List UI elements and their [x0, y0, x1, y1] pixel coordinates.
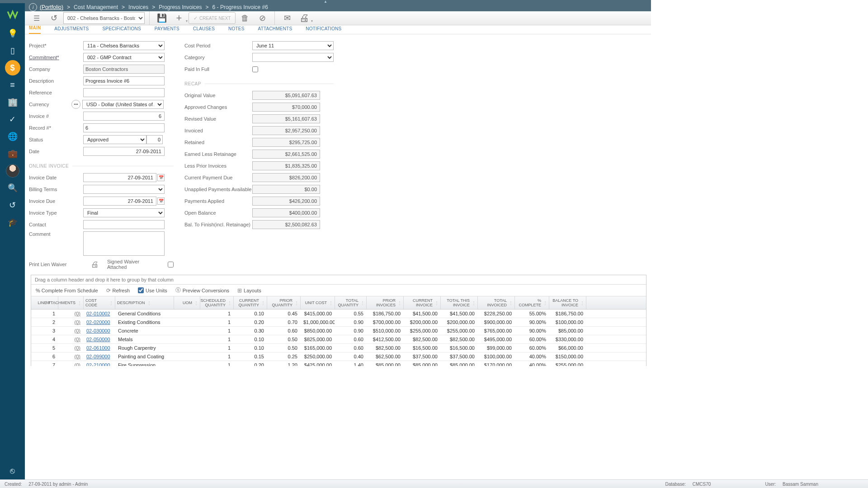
table-row[interactable]: 7(0)02-210000Fire Suppression10.201.20$4…: [31, 361, 646, 366]
comment-field[interactable]: [83, 231, 165, 256]
commitment-field[interactable]: 002 - GMP Contract: [83, 53, 165, 62]
preview-conversions-button[interactable]: ⓢPreview Conversions: [175, 286, 229, 294]
table-row[interactable]: 4(0)02-050000Metals10.100.50$825,000.000…: [31, 335, 646, 344]
nav-global-icon[interactable]: 🌐: [0, 128, 25, 145]
calendar-icon[interactable]: 📅: [157, 197, 165, 205]
col-current-qty[interactable]: CURRENT QUANTITY⋮: [234, 296, 267, 309]
col-balance-to-invoice[interactable]: BALANCE TO INVOICE⋮: [549, 296, 586, 309]
col-prior-qty[interactable]: PRIOR QUANTITY⋮: [267, 296, 301, 309]
grid-body[interactable]: 1(0)02-010002General Conditions10.100.45…: [31, 310, 646, 366]
billing-terms-field[interactable]: [83, 185, 165, 194]
table-row[interactable]: 2(0)02-020000Existing Conditions10.200.7…: [31, 318, 646, 327]
nav-briefcase-icon[interactable]: 💼: [0, 145, 25, 162]
lbl-earned-less: Earned Less Retainage: [184, 151, 252, 157]
save-icon[interactable]: 💾: [154, 11, 170, 25]
status-field[interactable]: Approved: [83, 135, 146, 144]
breadcrumb: i (Portfolio) >Cost Management >Invoices…: [0, 3, 651, 11]
history-icon[interactable]: ↺: [46, 11, 61, 25]
group-drop-hint[interactable]: Drag a column header and drop it here to…: [31, 275, 646, 285]
project-field[interactable]: 11a - Chelsea Barracks: [83, 41, 165, 50]
layouts-button[interactable]: ⊞Layouts: [237, 287, 261, 294]
invoiced-field: [252, 126, 320, 135]
col-prior-invoices[interactable]: PRIOR INVOICES⋮: [367, 296, 404, 309]
tab-notes[interactable]: NOTES: [228, 26, 244, 34]
col-total-invoiced[interactable]: TOTAL INVOICED⋮: [478, 296, 515, 309]
project-selector[interactable]: 002 - Chelsea Barracks - Boston Contract…: [63, 12, 145, 24]
tab-clauses[interactable]: CLAUSES: [193, 26, 215, 34]
nav-history-icon[interactable]: ↺: [0, 197, 25, 214]
print-icon[interactable]: 🖨▾: [297, 11, 312, 25]
category-field[interactable]: [252, 53, 334, 62]
currency-field[interactable]: USD - Dollar (United States of America): [82, 100, 164, 109]
description-field[interactable]: [83, 76, 165, 85]
lbl-reference: Reference: [29, 90, 83, 95]
nav-search-icon[interactable]: 🔍: [0, 179, 25, 197]
lbl-less-prior: Less Prior Invoices: [184, 163, 252, 169]
currency-more-icon[interactable]: •••: [71, 100, 80, 109]
delete-icon[interactable]: 🗑: [237, 11, 253, 25]
nav-ideas-icon[interactable]: 💡: [0, 25, 25, 42]
email-icon[interactable]: ✉: [279, 11, 295, 25]
list-view-icon[interactable]: ☰: [29, 11, 44, 25]
nav-education-icon[interactable]: 🎓: [0, 214, 25, 231]
use-units-toggle[interactable]: Use Units: [138, 287, 167, 293]
invoice-date-field[interactable]: [83, 173, 156, 182]
col-total-qty[interactable]: TOTAL QUANTITY⋮: [335, 296, 367, 309]
crumb-2: Invoices: [128, 4, 148, 10]
retained-field: [252, 138, 320, 147]
print-lien-icon[interactable]: 🖨: [91, 260, 99, 269]
contact-field[interactable]: [83, 220, 165, 229]
col-pct-complete[interactable]: % COMPLETE⋮: [515, 296, 549, 309]
nav-buildings-icon[interactable]: 🏢: [0, 94, 25, 111]
col-cost-code[interactable]: COST CODE⋮: [84, 296, 115, 309]
nav-lists-icon[interactable]: ≡: [0, 76, 25, 94]
cost-period-field[interactable]: June 11: [252, 41, 334, 50]
tab-attachments[interactable]: ATTACHMENTS: [258, 26, 292, 34]
nav-documents-icon[interactable]: ▯: [0, 42, 25, 59]
info-icon[interactable]: i: [29, 3, 37, 11]
invoice-due-field[interactable]: [83, 197, 156, 206]
col-description[interactable]: DESCRIPTION⋮: [115, 296, 174, 309]
nav-approvals-icon[interactable]: ✓: [0, 111, 25, 128]
pct-from-schedule-button[interactable]: % Complete From Schedule: [36, 288, 98, 293]
signed-waiver-checkbox[interactable]: [168, 262, 174, 267]
tab-adjustments[interactable]: ADJUSTMENTS: [54, 26, 89, 34]
table-row[interactable]: 1(0)02-010002General Conditions10.100.45…: [31, 310, 646, 318]
nav-cost-icon[interactable]: $: [0, 59, 25, 76]
create-next-button[interactable]: CREATE NEXT: [189, 12, 236, 24]
lbl-revised-value: Revised Value: [184, 116, 252, 122]
invoice-no-field[interactable]: [83, 112, 165, 121]
collapse-top-bar[interactable]: ▲: [0, 0, 651, 3]
tab-main[interactable]: MAIN: [29, 25, 41, 34]
breadcrumb-portfolio[interactable]: (Portfolio): [40, 4, 63, 10]
tab-specifications[interactable]: SPECIFICATIONS: [102, 26, 141, 34]
col-uom[interactable]: UOM⋮: [174, 296, 200, 309]
calendar-icon[interactable]: 📅: [157, 174, 165, 181]
lbl-bal-finish: Bal. To Finish(incl. Retainage): [184, 222, 252, 227]
col-attachments[interactable]: ATTACHMENTS⋮: [58, 296, 84, 309]
table-row[interactable]: 5(0)02-061000Rough Carpentry10.100.50$16…: [31, 344, 646, 352]
paid-in-full-checkbox[interactable]: [252, 66, 258, 72]
col-sched-qty[interactable]: SCHEDULED QUANTITY⋮: [200, 296, 234, 309]
lbl-invoice-date: Invoice Date: [29, 175, 83, 180]
invoice-type-field[interactable]: Final: [83, 208, 165, 217]
tab-notifications[interactable]: NOTIFICATIONS: [306, 26, 341, 34]
record-no-field[interactable]: [83, 123, 165, 132]
refresh-button[interactable]: ⟳Refresh: [106, 287, 130, 294]
col-unit-cost[interactable]: UNIT COST⋮: [301, 296, 335, 309]
col-current-invoice[interactable]: CURRENT INVOICE⋮: [404, 296, 441, 309]
table-row[interactable]: 3(0)02-030000Concrete10.300.60$850,000.0…: [31, 327, 646, 335]
cancel-icon[interactable]: ⊘: [255, 11, 270, 25]
form-area: Project11a - Chelsea Barracks Commitment…: [0, 34, 651, 272]
app-logo[interactable]: [0, 4, 25, 25]
lbl-invoice-due: Invoice Due: [29, 198, 83, 204]
date-field[interactable]: [83, 147, 165, 156]
add-icon[interactable]: +▾: [171, 11, 187, 25]
reference-field[interactable]: [83, 88, 165, 97]
nav-avatar[interactable]: [0, 162, 25, 179]
status-num-field[interactable]: [146, 135, 163, 144]
lbl-commitment[interactable]: Commitment: [29, 55, 83, 60]
col-total-this-invoice[interactable]: TOTAL THIS INVOICE⋮: [441, 296, 478, 309]
tab-payments[interactable]: PAYMENTS: [155, 26, 179, 34]
table-row[interactable]: 6(0)02-099000Painting and Coating10.150.…: [31, 352, 646, 361]
